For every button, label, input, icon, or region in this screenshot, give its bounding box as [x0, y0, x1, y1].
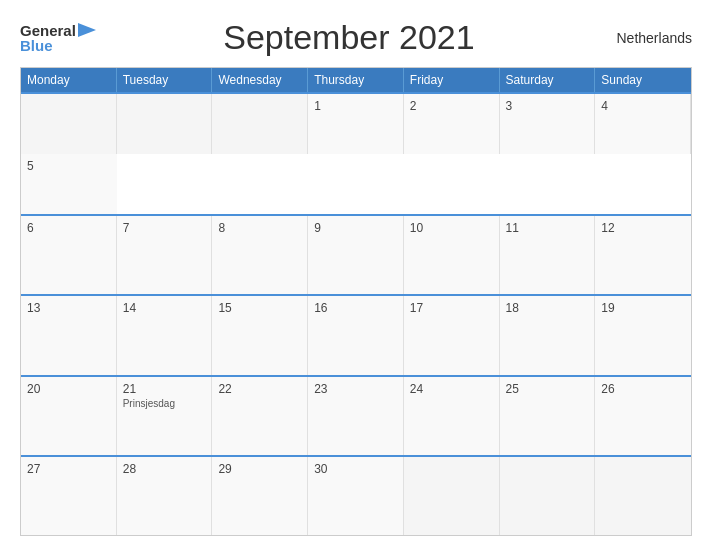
day-number: 9: [314, 221, 397, 235]
day-number: 5: [27, 159, 111, 173]
calendar-cell: 26: [595, 377, 691, 455]
calendar-cell: 19: [595, 296, 691, 374]
day-number: 1: [314, 99, 397, 113]
calendar-cell: 11: [500, 216, 596, 294]
day-number: 22: [218, 382, 301, 396]
day-number: 17: [410, 301, 493, 315]
calendar-cell: 23: [308, 377, 404, 455]
day-number: 27: [27, 462, 110, 476]
calendar-header-row: MondayTuesdayWednesdayThursdayFridaySatu…: [21, 68, 691, 92]
calendar-cell: 5: [21, 154, 117, 214]
day-number: 2: [410, 99, 493, 113]
calendar-cell: 24: [404, 377, 500, 455]
day-number: 10: [410, 221, 493, 235]
calendar-week-3: 13141516171819: [21, 294, 691, 374]
calendar-week-5: 27282930: [21, 455, 691, 535]
day-number: 7: [123, 221, 206, 235]
svg-marker-0: [78, 23, 96, 37]
day-number: 30: [314, 462, 397, 476]
calendar-cell: 2: [404, 94, 500, 154]
logo: General Blue: [20, 23, 96, 53]
calendar-week-2: 6789101112: [21, 214, 691, 294]
calendar-cell: [21, 94, 117, 154]
calendar-cell: 8: [212, 216, 308, 294]
day-number: 13: [27, 301, 110, 315]
calendar-cell: [404, 457, 500, 535]
day-number: 12: [601, 221, 685, 235]
day-number: 26: [601, 382, 685, 396]
day-number: 21: [123, 382, 206, 396]
calendar-event: Prinsjesdag: [123, 398, 206, 409]
calendar-cell: 4: [595, 94, 691, 154]
calendar-cell: 14: [117, 296, 213, 374]
calendar-body: 123456789101112131415161718192021Prinsje…: [21, 92, 691, 535]
calendar-cell: 21Prinsjesdag: [117, 377, 213, 455]
calendar-cell: [500, 457, 596, 535]
weekday-header-monday: Monday: [21, 68, 117, 92]
day-number: 4: [601, 99, 684, 113]
weekday-header-saturday: Saturday: [500, 68, 596, 92]
calendar: MondayTuesdayWednesdayThursdayFridaySatu…: [20, 67, 692, 536]
weekday-header-thursday: Thursday: [308, 68, 404, 92]
logo-flag-icon: [78, 23, 96, 37]
calendar-cell: 28: [117, 457, 213, 535]
calendar-cell: 22: [212, 377, 308, 455]
weekday-header-wednesday: Wednesday: [212, 68, 308, 92]
day-number: 6: [27, 221, 110, 235]
calendar-cell: 30: [308, 457, 404, 535]
calendar-week-4: 2021Prinsjesdag2223242526: [21, 375, 691, 455]
calendar-cell: 10: [404, 216, 500, 294]
country-label: Netherlands: [602, 30, 692, 46]
calendar-cell: 29: [212, 457, 308, 535]
calendar-week-1: 12345: [21, 92, 691, 214]
weekday-header-tuesday: Tuesday: [117, 68, 213, 92]
day-number: 15: [218, 301, 301, 315]
calendar-cell: 7: [117, 216, 213, 294]
day-number: 25: [506, 382, 589, 396]
calendar-cell: [117, 94, 213, 154]
calendar-cell: [595, 457, 691, 535]
weekday-header-sunday: Sunday: [595, 68, 691, 92]
calendar-cell: 17: [404, 296, 500, 374]
weekday-header-friday: Friday: [404, 68, 500, 92]
calendar-cell: 18: [500, 296, 596, 374]
calendar-cell: 12: [595, 216, 691, 294]
calendar-cell: 16: [308, 296, 404, 374]
day-number: 29: [218, 462, 301, 476]
logo-general-text: General: [20, 23, 76, 38]
day-number: 18: [506, 301, 589, 315]
header: General Blue September 2021 Netherlands: [20, 18, 692, 57]
calendar-cell: [212, 94, 308, 154]
calendar-cell: 15: [212, 296, 308, 374]
calendar-cell: 1: [308, 94, 404, 154]
page: General Blue September 2021 Netherlands …: [0, 0, 712, 550]
calendar-cell: 3: [500, 94, 596, 154]
calendar-cell: 6: [21, 216, 117, 294]
day-number: 19: [601, 301, 685, 315]
day-number: 24: [410, 382, 493, 396]
calendar-cell: 13: [21, 296, 117, 374]
day-number: 3: [506, 99, 589, 113]
day-number: 23: [314, 382, 397, 396]
logo-blue-text: Blue: [20, 38, 53, 53]
calendar-title: September 2021: [96, 18, 602, 57]
day-number: 11: [506, 221, 589, 235]
day-number: 28: [123, 462, 206, 476]
calendar-cell: 27: [21, 457, 117, 535]
day-number: 20: [27, 382, 110, 396]
day-number: 8: [218, 221, 301, 235]
day-number: 14: [123, 301, 206, 315]
calendar-cell: 9: [308, 216, 404, 294]
calendar-cell: 25: [500, 377, 596, 455]
day-number: 16: [314, 301, 397, 315]
calendar-cell: 20: [21, 377, 117, 455]
